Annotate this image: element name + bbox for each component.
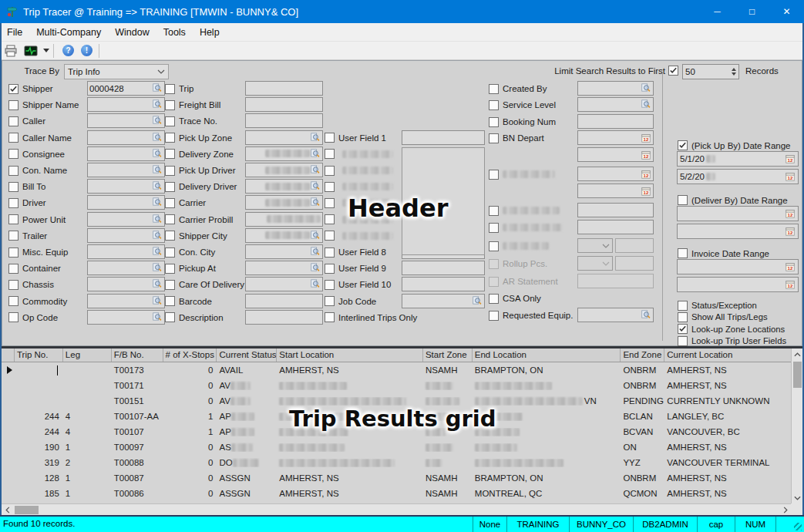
- calendar-date-icon[interactable]: 12: [641, 133, 651, 143]
- field-checkbox[interactable]: [165, 182, 175, 192]
- field-input[interactable]: [87, 146, 165, 161]
- menu-help[interactable]: Help: [193, 27, 227, 38]
- field-checkbox[interactable]: [489, 100, 499, 110]
- grid-header-leg[interactable]: Leg: [63, 348, 112, 362]
- field-checkbox[interactable]: [489, 170, 499, 180]
- field-input[interactable]: [402, 130, 485, 145]
- field-input[interactable]: [87, 130, 165, 145]
- magnifier-lookup-icon[interactable]: [152, 214, 163, 224]
- field-input[interactable]: [245, 146, 323, 161]
- field-checkbox[interactable]: [165, 312, 175, 322]
- field-input[interactable]: [577, 220, 654, 234]
- magnifier-lookup-icon[interactable]: [152, 247, 163, 257]
- field-input[interactable]: [402, 261, 485, 275]
- limit-results-checkbox[interactable]: [668, 66, 678, 76]
- field-checkbox[interactable]: [165, 296, 175, 306]
- deliver-range-checkbox[interactable]: [678, 195, 688, 205]
- field-input[interactable]: [245, 261, 323, 275]
- invoice-from-date-input[interactable]: 12: [677, 259, 799, 274]
- magnifier-lookup-icon[interactable]: [152, 83, 163, 93]
- calendar-date-icon[interactable]: 12: [785, 153, 796, 164]
- bn-depart-date-input[interactable]: 12: [577, 130, 654, 145]
- field-checkbox[interactable]: [165, 100, 175, 110]
- magnifier-lookup-icon[interactable]: [152, 99, 163, 109]
- magnifier-lookup-icon[interactable]: [152, 116, 163, 126]
- calendar-date-icon[interactable]: 12: [785, 171, 796, 182]
- field-input[interactable]: [245, 195, 323, 210]
- field-checkbox[interactable]: [8, 84, 19, 94]
- field-checkbox[interactable]: [165, 116, 175, 126]
- magnifier-lookup-icon[interactable]: [152, 197, 163, 207]
- help-icon[interactable]: ?: [60, 43, 76, 59]
- field-input[interactable]: [245, 81, 323, 96]
- horizontal-scroll-thumb[interactable]: [15, 506, 39, 514]
- date-input[interactable]: 12: [577, 147, 654, 162]
- field-checkbox[interactable]: [165, 247, 175, 258]
- magnifier-lookup-icon[interactable]: [152, 231, 163, 241]
- dropdown-caret-icon[interactable]: [43, 49, 49, 52]
- magnifier-lookup-icon[interactable]: [641, 99, 651, 109]
- csa-only-checkbox[interactable]: [489, 294, 499, 304]
- magnifier-lookup-icon[interactable]: [152, 279, 163, 289]
- deliver-to-date-input[interactable]: 12: [677, 224, 799, 239]
- minimize-button[interactable]: ─: [700, 0, 735, 23]
- field-input[interactable]: [245, 113, 323, 128]
- field-checkbox[interactable]: [325, 296, 335, 306]
- date-input[interactable]: 12: [577, 167, 654, 181]
- field-checkbox[interactable]: [325, 264, 335, 274]
- resize-grip-icon[interactable]: [794, 523, 802, 530]
- scroll-up-icon[interactable]: [792, 348, 802, 360]
- field-checkbox[interactable]: [165, 84, 175, 94]
- pickup-to-date-input[interactable]: 5/2/20 12: [677, 169, 799, 184]
- table-row[interactable]: 185 1 T00086 0 ASSGN AMHERST, NS NSAMH M…: [2, 486, 791, 501]
- magnifier-lookup-icon[interactable]: [152, 133, 163, 143]
- field-checkbox[interactable]: [8, 182, 19, 192]
- rollup-combo-value[interactable]: [615, 238, 654, 253]
- grid-header-start-zone[interactable]: Start Zone: [423, 348, 473, 362]
- grid-header-fb-no[interactable]: F/B No.: [112, 348, 163, 362]
- field-checkbox[interactable]: [165, 231, 175, 241]
- horizontal-scrollbar[interactable]: [2, 503, 791, 515]
- field-input[interactable]: [245, 310, 323, 325]
- field-checkbox[interactable]: [8, 296, 19, 306]
- magnifier-lookup-icon[interactable]: [641, 83, 651, 93]
- printer-icon[interactable]: [2, 43, 19, 59]
- field-checkbox[interactable]: [165, 198, 175, 208]
- terminal-icon[interactable]: [22, 43, 40, 59]
- field-checkbox[interactable]: [325, 280, 335, 290]
- field-input[interactable]: [245, 228, 323, 243]
- field-checkbox[interactable]: [8, 280, 19, 290]
- field-checkbox[interactable]: [165, 264, 175, 274]
- field-checkbox[interactable]: [165, 149, 175, 159]
- limit-records-spinner[interactable]: 50: [682, 64, 739, 79]
- magnifier-lookup-icon[interactable]: [641, 310, 651, 320]
- field-input[interactable]: [87, 179, 165, 194]
- field-checkbox[interactable]: [325, 133, 335, 143]
- field-checkbox[interactable]: [489, 223, 499, 233]
- field-input[interactable]: [245, 244, 323, 259]
- date-input[interactable]: 12: [577, 184, 654, 198]
- field-checkbox[interactable]: [489, 241, 499, 251]
- menu-file[interactable]: File: [0, 27, 29, 38]
- field-checkbox[interactable]: [165, 133, 175, 143]
- field-checkbox[interactable]: [8, 198, 19, 208]
- field-input[interactable]: [402, 277, 485, 291]
- field-input[interactable]: [245, 163, 323, 177]
- field-checkbox[interactable]: [489, 206, 499, 216]
- vertical-scroll-thumb[interactable]: [793, 362, 802, 388]
- option-checkbox[interactable]: [678, 324, 688, 334]
- pickup-from-date-input[interactable]: 5/1/20 12: [677, 151, 799, 167]
- field-input[interactable]: [245, 97, 323, 112]
- grid-header-current-status[interactable]: Current Status: [217, 348, 277, 362]
- magnifier-lookup-icon[interactable]: [310, 181, 321, 191]
- magnifier-lookup-icon[interactable]: [152, 263, 163, 273]
- field-checkbox[interactable]: [325, 247, 335, 258]
- option-checkbox[interactable]: [678, 301, 688, 311]
- magnifier-lookup-icon[interactable]: [310, 263, 321, 273]
- grid-header-trip-no[interactable]: Trip No.: [15, 348, 63, 362]
- field-input[interactable]: [87, 310, 165, 325]
- menu-tools[interactable]: Tools: [156, 27, 193, 38]
- field-checkbox[interactable]: [325, 182, 335, 192]
- field-checkbox[interactable]: [325, 231, 335, 241]
- field-checkbox[interactable]: [165, 166, 175, 176]
